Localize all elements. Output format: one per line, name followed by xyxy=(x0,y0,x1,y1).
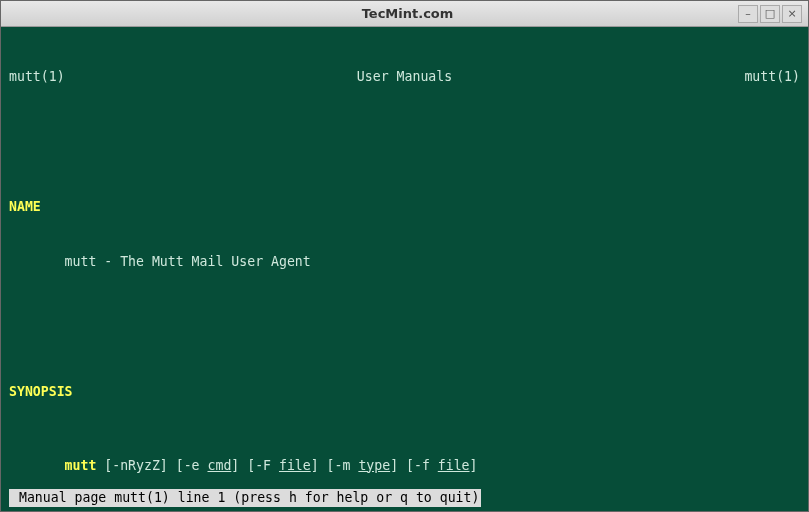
header-left: mutt(1) xyxy=(9,68,65,87)
section-synopsis: SYNOPSIS xyxy=(9,383,800,402)
header-center: User Manuals xyxy=(357,68,452,87)
minimize-button[interactable]: – xyxy=(738,5,758,23)
terminal-viewport[interactable]: mutt(1) User Manuals mutt(1) NAME mutt -… xyxy=(1,27,808,511)
window-titlebar: TecMint.com – □ × xyxy=(1,1,808,27)
manpage-header: mutt(1) User Manuals mutt(1) xyxy=(9,68,800,87)
command-name: mutt xyxy=(65,458,97,473)
pager-statusbar: Manual page mutt(1) line 1 (press h for … xyxy=(9,489,481,508)
synopsis-line: mutt [-nRyzZ] [-e cmd] [-F file] [-m typ… xyxy=(9,457,800,476)
window-title: TecMint.com xyxy=(77,6,738,21)
blank-line xyxy=(9,309,800,328)
name-text: mutt - The Mutt Mail User Agent xyxy=(9,253,800,272)
section-name: NAME xyxy=(9,198,800,217)
maximize-button[interactable]: □ xyxy=(760,5,780,23)
blank-line xyxy=(9,124,800,143)
close-button[interactable]: × xyxy=(782,5,802,23)
window-controls: – □ × xyxy=(738,5,802,23)
header-right: mutt(1) xyxy=(744,68,800,87)
